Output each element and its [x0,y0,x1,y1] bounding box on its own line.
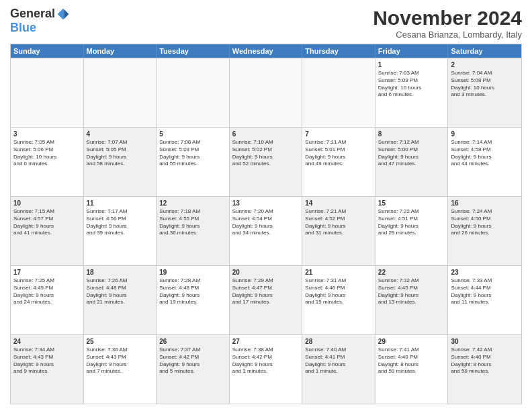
header-day-thursday: Thursday [302,44,375,58]
cell-info: Sunrise: 7:07 AMSunset: 5:05 PMDaylight:… [87,139,154,168]
header-day-tuesday: Tuesday [157,44,230,58]
calendar-row-2: 10Sunrise: 7:15 AMSunset: 4:57 PMDayligh… [11,196,521,265]
calendar-cell-11: 11Sunrise: 7:17 AMSunset: 4:56 PMDayligh… [84,197,157,265]
cell-info: Sunrise: 7:14 AMSunset: 4:58 PMDaylight:… [451,139,519,168]
logo-general-text: General [10,7,55,21]
cell-info: Sunrise: 7:24 AMSunset: 4:50 PMDaylight:… [451,208,519,237]
day-number: 13 [232,199,300,208]
page: General Blue November 2024 Cesana Brianz… [0,0,532,411]
day-number: 14 [305,199,372,208]
calendar-cell-empty-1 [84,58,157,127]
calendar-body: 1Sunrise: 7:03 AMSunset: 5:09 PMDaylight… [11,58,521,404]
cell-info: Sunrise: 7:42 AMSunset: 4:40 PMDaylight:… [451,347,519,375]
day-number: 20 [232,268,300,277]
cell-info: Sunrise: 7:28 AMSunset: 4:48 PMDaylight:… [159,277,226,306]
calendar-cell-12: 12Sunrise: 7:18 AMSunset: 4:55 PMDayligh… [157,197,230,265]
calendar-cell-5: 5Sunrise: 7:08 AMSunset: 5:03 PMDaylight… [157,128,230,196]
cell-info: Sunrise: 7:37 AMSunset: 4:42 PMDaylight:… [159,347,226,375]
calendar-cell-29: 29Sunrise: 7:41 AMSunset: 4:40 PMDayligh… [375,335,449,404]
calendar: SundayMondayTuesdayWednesdayThursdayFrid… [10,44,522,404]
cell-info: Sunrise: 7:38 AMSunset: 4:42 PMDaylight:… [232,347,300,375]
calendar-header: SundayMondayTuesdayWednesdayThursdayFrid… [11,44,521,58]
calendar-cell-28: 28Sunrise: 7:40 AMSunset: 4:41 PMDayligh… [302,335,375,404]
calendar-cell-2: 2Sunrise: 7:04 AMSunset: 5:08 PMDaylight… [448,58,521,127]
calendar-cell-1: 1Sunrise: 7:03 AMSunset: 5:09 PMDaylight… [375,58,449,127]
day-number: 30 [451,337,519,346]
calendar-cell-30: 30Sunrise: 7:42 AMSunset: 4:40 PMDayligh… [448,335,521,404]
calendar-cell-9: 9Sunrise: 7:14 AMSunset: 4:58 PMDaylight… [448,128,521,196]
location: Cesana Brianza, Lombardy, Italy [373,30,522,40]
calendar-cell-empty-2 [157,58,230,127]
day-number: 9 [451,130,519,138]
header: General Blue November 2024 Cesana Brianz… [10,7,522,40]
day-number: 29 [378,337,445,346]
day-number: 8 [378,130,445,138]
day-number: 22 [378,268,445,277]
cell-info: Sunrise: 7:04 AMSunset: 5:08 PMDaylight:… [451,70,519,99]
cell-info: Sunrise: 7:34 AMSunset: 4:43 PMDaylight:… [13,347,81,375]
cell-info: Sunrise: 7:15 AMSunset: 4:57 PMDaylight:… [13,208,81,237]
cell-info: Sunrise: 7:12 AMSunset: 5:00 PMDaylight:… [378,139,445,168]
calendar-cell-25: 25Sunrise: 7:36 AMSunset: 4:43 PMDayligh… [84,335,157,404]
day-number: 2 [451,60,519,69]
calendar-cell-19: 19Sunrise: 7:28 AMSunset: 4:48 PMDayligh… [157,266,230,334]
calendar-cell-6: 6Sunrise: 7:10 AMSunset: 5:02 PMDaylight… [230,128,303,196]
title-block: November 2024 Cesana Brianza, Lombardy, … [373,7,522,40]
day-number: 18 [87,268,154,277]
day-number: 19 [159,268,226,277]
calendar-cell-13: 13Sunrise: 7:20 AMSunset: 4:54 PMDayligh… [230,197,303,265]
logo-icon [56,7,70,21]
calendar-cell-8: 8Sunrise: 7:12 AMSunset: 5:00 PMDaylight… [375,128,449,196]
calendar-row-1: 3Sunrise: 7:05 AMSunset: 5:06 PMDaylight… [11,127,521,196]
day-number: 10 [13,199,81,208]
calendar-cell-26: 26Sunrise: 7:37 AMSunset: 4:42 PMDayligh… [157,335,230,404]
day-number: 7 [305,130,372,138]
calendar-cell-7: 7Sunrise: 7:11 AMSunset: 5:01 PMDaylight… [302,128,375,196]
cell-info: Sunrise: 7:18 AMSunset: 4:55 PMDaylight:… [159,208,226,237]
calendar-cell-empty-0 [11,58,84,127]
cell-info: Sunrise: 7:29 AMSunset: 4:47 PMDaylight:… [232,277,300,306]
header-day-monday: Monday [84,44,157,58]
calendar-row-0: 1Sunrise: 7:03 AMSunset: 5:09 PMDaylight… [11,58,521,127]
calendar-cell-20: 20Sunrise: 7:29 AMSunset: 4:47 PMDayligh… [230,266,303,334]
calendar-cell-10: 10Sunrise: 7:15 AMSunset: 4:57 PMDayligh… [11,197,84,265]
header-day-friday: Friday [375,44,449,58]
day-number: 15 [378,199,445,208]
day-number: 11 [87,199,154,208]
calendar-row-4: 24Sunrise: 7:34 AMSunset: 4:43 PMDayligh… [11,334,521,404]
cell-info: Sunrise: 7:40 AMSunset: 4:41 PMDaylight:… [305,347,372,375]
cell-info: Sunrise: 7:41 AMSunset: 4:40 PMDaylight:… [378,347,445,375]
calendar-cell-3: 3Sunrise: 7:05 AMSunset: 5:06 PMDaylight… [11,128,84,196]
header-day-wednesday: Wednesday [230,44,303,58]
calendar-cell-23: 23Sunrise: 7:33 AMSunset: 4:44 PMDayligh… [448,266,521,334]
cell-info: Sunrise: 7:32 AMSunset: 4:45 PMDaylight:… [378,277,445,306]
cell-info: Sunrise: 7:26 AMSunset: 4:48 PMDaylight:… [87,277,154,306]
cell-info: Sunrise: 7:11 AMSunset: 5:01 PMDaylight:… [305,139,372,168]
day-number: 24 [13,337,81,346]
day-number: 12 [159,199,226,208]
day-number: 1 [378,60,445,69]
header-day-saturday: Saturday [448,44,521,58]
calendar-cell-empty-4 [302,58,375,127]
day-number: 4 [87,130,154,138]
cell-info: Sunrise: 7:03 AMSunset: 5:09 PMDaylight:… [378,70,445,99]
day-number: 5 [159,130,226,138]
day-number: 28 [305,337,372,346]
day-number: 25 [87,337,154,346]
logo-blue-text: Blue [10,21,36,35]
day-number: 3 [13,130,81,138]
day-number: 6 [232,130,300,138]
calendar-cell-15: 15Sunrise: 7:22 AMSunset: 4:51 PMDayligh… [375,197,449,265]
cell-info: Sunrise: 7:08 AMSunset: 5:03 PMDaylight:… [159,139,226,168]
calendar-cell-4: 4Sunrise: 7:07 AMSunset: 5:05 PMDaylight… [84,128,157,196]
cell-info: Sunrise: 7:21 AMSunset: 4:52 PMDaylight:… [305,208,372,237]
cell-info: Sunrise: 7:36 AMSunset: 4:43 PMDaylight:… [87,347,154,375]
day-number: 26 [159,337,226,346]
cell-info: Sunrise: 7:31 AMSunset: 4:46 PMDaylight:… [305,277,372,306]
cell-info: Sunrise: 7:05 AMSunset: 5:06 PMDaylight:… [13,139,81,168]
cell-info: Sunrise: 7:17 AMSunset: 4:56 PMDaylight:… [87,208,154,237]
day-number: 16 [451,199,519,208]
cell-info: Sunrise: 7:10 AMSunset: 5:02 PMDaylight:… [232,139,300,168]
calendar-cell-22: 22Sunrise: 7:32 AMSunset: 4:45 PMDayligh… [375,266,449,334]
calendar-cell-24: 24Sunrise: 7:34 AMSunset: 4:43 PMDayligh… [11,335,84,404]
